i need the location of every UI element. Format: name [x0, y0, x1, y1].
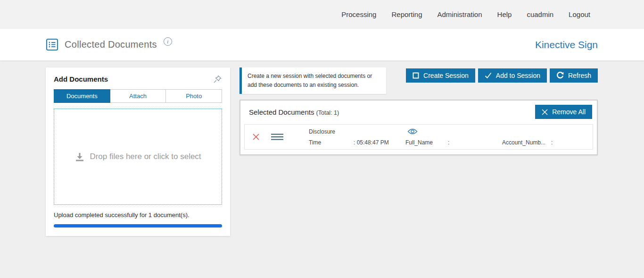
- time-value: : 05:48:47 PM: [354, 139, 389, 146]
- time-label: Time: [309, 139, 354, 146]
- nav-reporting[interactable]: Reporting: [391, 10, 422, 18]
- page-title: Collected Documents: [65, 39, 157, 50]
- add-to-session-label: Add to Session: [496, 72, 540, 79]
- add-documents-title: Add Documents: [54, 75, 108, 83]
- session-banner-text: Create a new session with selected docum…: [248, 73, 372, 88]
- document-name: Disclosure: [309, 128, 335, 135]
- check-icon: [485, 72, 492, 79]
- selected-documents-panel: Selected Documents (Total: 1) Remove All: [239, 100, 598, 155]
- square-icon: [413, 72, 419, 79]
- remove-all-label: Remove All: [552, 108, 586, 116]
- account-number-label: Account_Numb...: [502, 139, 545, 146]
- x-icon: [542, 109, 548, 115]
- info-icon[interactable]: i: [164, 37, 172, 46]
- session-banner: Create a new session with selected docum…: [239, 67, 386, 94]
- refresh-label: Refresh: [568, 72, 591, 79]
- nav-processing[interactable]: Processing: [341, 10, 376, 18]
- session-actions: Create Session Add to Session R: [406, 67, 598, 83]
- tab-photo[interactable]: Photo: [166, 89, 222, 103]
- nav-logout[interactable]: Logout: [569, 10, 590, 18]
- drag-handle-icon[interactable]: [271, 133, 283, 141]
- refresh-icon: [556, 72, 564, 79]
- remove-document-icon[interactable]: [252, 133, 260, 141]
- app-header: Collected Documents i Kinective Sign: [0, 29, 644, 60]
- refresh-button[interactable]: Refresh: [550, 68, 598, 83]
- create-session-button[interactable]: Create Session: [406, 68, 475, 83]
- main-content: Add Documents Documents Attach Photo: [0, 60, 644, 236]
- collected-documents-icon: [46, 38, 58, 51]
- create-session-label: Create Session: [423, 72, 469, 79]
- add-documents-card: Add Documents Documents Attach Photo: [46, 67, 230, 236]
- tab-attach[interactable]: Attach: [110, 89, 166, 103]
- add-to-session-button[interactable]: Add to Session: [478, 68, 547, 83]
- download-icon: [74, 152, 85, 162]
- tab-documents[interactable]: Documents: [54, 89, 110, 103]
- full-name-value: :: [448, 139, 449, 146]
- selected-documents-title: Selected Documents (Total: 1): [249, 108, 339, 116]
- nav-administration[interactable]: Administration: [438, 10, 482, 18]
- preview-eye-icon[interactable]: [407, 128, 418, 135]
- upload-status-text: Upload completed successfully for 1 docu…: [54, 211, 222, 219]
- session-area: Create a new session with selected docum…: [239, 67, 598, 155]
- add-documents-tabs: Documents Attach Photo: [54, 89, 222, 103]
- upload-progress-bar: [54, 224, 222, 227]
- top-navigation: Processing Reporting Administration Help…: [0, 0, 644, 29]
- pin-icon[interactable]: [213, 75, 222, 84]
- account-number-value: :: [551, 139, 553, 146]
- dropzone-text: Drop files here or click to select: [90, 152, 201, 161]
- document-row: Disclosure Time : 05:48:47 PM: [244, 124, 593, 150]
- selected-documents-title-text: Selected Documents: [249, 108, 314, 116]
- page-title-group: Collected Documents i: [46, 38, 172, 51]
- full-name-label: Full_Name: [405, 139, 448, 146]
- file-dropzone[interactable]: Drop files here or click to select: [54, 109, 222, 205]
- brand-kinective-sign: Kinective Sign: [535, 39, 598, 51]
- nav-user-cuadmin[interactable]: cuadmin: [527, 10, 553, 18]
- selected-documents-total: (Total: 1): [316, 110, 339, 116]
- nav-help[interactable]: Help: [497, 10, 512, 18]
- remove-all-button[interactable]: Remove All: [535, 105, 592, 119]
